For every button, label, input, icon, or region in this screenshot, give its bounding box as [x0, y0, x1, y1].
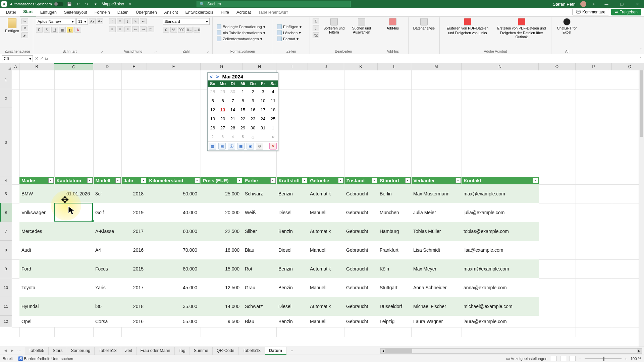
close-button[interactable]: ✕ [632, 1, 643, 7]
column-header[interactable]: K [344, 63, 378, 70]
filter-dropdown-icon[interactable]: ▼ [87, 178, 93, 183]
table-cell[interactable]: Manuell [308, 278, 344, 297]
table-cell[interactable]: Gebraucht [344, 222, 378, 241]
table-cell[interactable]: 50.000 [147, 184, 201, 203]
row-header[interactable]: 5 [0, 184, 12, 203]
table-cell[interactable]: Michael Fischer [411, 297, 462, 316]
clear-icon[interactable]: ⌫ [313, 32, 319, 38]
datepicker-day[interactable]: 22 [238, 114, 248, 123]
insert-cells-button[interactable]: Einfügen ▾ [276, 24, 303, 29]
save-icon[interactable]: 💾 [67, 1, 72, 7]
table-cell[interactable]: 2018 [121, 297, 147, 316]
table-cell[interactable]: A4 [93, 241, 121, 259]
table-cell[interactable]: michael@example.com [462, 297, 539, 316]
comma-icon[interactable]: 000 [178, 27, 185, 33]
table-cell[interactable]: Benzin [276, 278, 308, 297]
ribbon-tab[interactable]: Daten [114, 9, 132, 16]
datepicker-day[interactable]: 28 [208, 87, 218, 96]
table-cell[interactable]: 55.000 [147, 316, 201, 327]
row-header[interactable]: 4 [0, 177, 12, 184]
zoom-level[interactable]: 100 % [630, 357, 641, 361]
table-cell[interactable]: 2016 [121, 316, 147, 327]
table-cell[interactable]: Ford [19, 259, 54, 278]
table-cell[interactable]: Gebraucht [344, 203, 378, 222]
table-cell[interactable]: 20.000 [201, 203, 243, 222]
column-header[interactable]: Q [612, 63, 644, 70]
row-header[interactable]: 11 [0, 297, 12, 316]
table-cell[interactable]: Max Meyer [411, 259, 462, 278]
sheet-tab[interactable]: Sortierung [67, 347, 95, 355]
table-cell[interactable]: Corsa [93, 316, 121, 327]
align-center-icon[interactable]: ≡ [117, 26, 123, 32]
table-cell[interactable]: Blau [243, 316, 276, 327]
table-cell[interactable]: Automatik [308, 184, 344, 203]
row-header[interactable]: 3 [0, 108, 12, 177]
ribbon-tab[interactable]: Entwicklertools [182, 9, 217, 16]
table-cell[interactable]: 3er [93, 184, 121, 203]
data-table[interactable]: Marke▼Kaufdatum▼Modell▼Jahr▼Kilometersta… [19, 177, 539, 327]
datepicker-prev-icon[interactable]: < [210, 74, 213, 79]
decrease-font-icon[interactable]: A▾ [97, 18, 103, 24]
increase-font-icon[interactable]: A▴ [89, 18, 96, 24]
datepicker-day[interactable]: 21 [228, 114, 238, 123]
table-cell[interactable]: Silber [243, 222, 276, 241]
table-cell[interactable]: Frankfurt [378, 241, 411, 259]
vertical-scrollbar[interactable] [639, 64, 644, 347]
table-cell[interactable]: 2017 [121, 278, 147, 297]
zoom-in-icon[interactable]: + [625, 357, 627, 361]
datepicker-day[interactable]: 7 [228, 96, 238, 105]
name-box[interactable]: C6▾ [2, 55, 33, 62]
table-cell[interactable]: Gebraucht [344, 241, 378, 259]
table-cell[interactable]: 80.000 [147, 259, 201, 278]
filter-dropdown-icon[interactable]: ▼ [48, 178, 54, 183]
page-break-view-icon[interactable] [570, 356, 576, 361]
table-cell[interactable]: 2015 [121, 259, 147, 278]
column-header[interactable]: A [12, 63, 19, 70]
table-header[interactable]: Standort▼ [378, 177, 411, 184]
sheet-nav-more-icon[interactable]: ⋯ [17, 348, 21, 353]
scroll-left-icon[interactable]: ◄ [381, 349, 385, 353]
table-cell[interactable]: Opel [19, 316, 54, 327]
coming-soon-icon[interactable]: ✦ [591, 1, 596, 7]
table-header[interactable]: Kontakt▼ [462, 177, 539, 184]
italic-icon[interactable]: K [44, 27, 50, 33]
datepicker-day[interactable]: 24 [258, 114, 268, 123]
row-header[interactable]: 7 [0, 222, 12, 241]
datepicker-day[interactable]: 13 [218, 105, 228, 114]
fill-icon[interactable]: ⭳ [313, 25, 319, 31]
align-right-icon[interactable]: ≡ [124, 26, 131, 32]
ribbon-tab[interactable]: Hilfe [217, 9, 232, 16]
find-select-button[interactable]: Suchen und Auswählen [349, 18, 374, 34]
table-cell[interactable]: 2016 [121, 241, 147, 259]
column-header[interactable]: P [576, 63, 612, 70]
table-cell[interactable]: Gebraucht [344, 278, 378, 297]
table-cell[interactable]: Manuell [308, 241, 344, 259]
datepicker-day[interactable]: 26 [208, 123, 218, 132]
decrease-decimal-icon[interactable]: ←.0 [194, 27, 200, 33]
conditional-formatting-button[interactable]: Bedingte Formatierung ▾ [215, 24, 267, 29]
table-cell[interactable] [54, 241, 93, 259]
launcher-icon[interactable]: ⤢ [101, 50, 103, 54]
sheet-tab[interactable]: QR-Code [213, 347, 239, 355]
table-cell[interactable]: Benzin [276, 316, 308, 327]
underline-icon[interactable]: U [51, 27, 58, 33]
launcher-icon[interactable]: ⤢ [154, 50, 157, 54]
delete-cells-button[interactable]: Löschen ▾ [276, 30, 302, 36]
sheet-tab[interactable]: Stars [49, 347, 67, 355]
worksheet-grid[interactable]: ABCDEFGHIJKLMNOPQ 123456789101112 < > Ma… [0, 63, 644, 337]
table-cell[interactable]: lisa@example.com [462, 241, 539, 259]
datepicker-next-icon[interactable]: > [216, 74, 219, 79]
table-cell[interactable]: julia@example.com [462, 203, 539, 222]
table-cell[interactable]: Blau [243, 241, 276, 259]
filename-dropdown-icon[interactable]: ▾ [127, 1, 133, 7]
currency-icon[interactable]: € [163, 27, 169, 33]
column-header[interactable]: B [19, 63, 54, 70]
font-name-combo[interactable]: Aptos Narrow▾ [36, 18, 75, 25]
column-header[interactable]: J [308, 63, 344, 70]
datepicker-day[interactable]: 4 [268, 87, 278, 96]
column-header[interactable]: O [539, 63, 576, 70]
cancel-icon[interactable]: ✕ [35, 56, 39, 61]
table-cell[interactable]: 12.500 [201, 278, 243, 297]
undo-icon[interactable]: ↶ [75, 1, 81, 7]
filter-dropdown-icon[interactable]: ▼ [237, 178, 242, 183]
